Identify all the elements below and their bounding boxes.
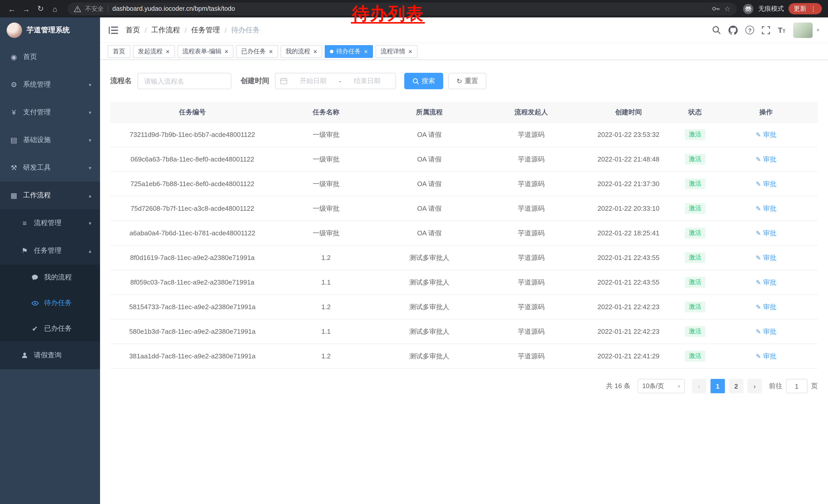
- sidebar-item-home[interactable]: ◉ 首页: [0, 43, 100, 71]
- tab-label: 流程详情: [381, 47, 405, 56]
- approve-button[interactable]: ✎ 审批: [756, 154, 777, 164]
- approve-button[interactable]: ✎ 审批: [756, 204, 777, 213]
- approve-button[interactable]: ✎ 审批: [756, 278, 777, 287]
- next-page-button[interactable]: ›: [747, 379, 762, 393]
- date-range-picker[interactable]: 开始日期 - 结束日期: [275, 73, 396, 89]
- process-name-input[interactable]: [137, 73, 232, 89]
- cell-action: ✎ 审批: [714, 253, 818, 262]
- table-row: 580e1b3d-7ac8-11ec-a9e2-a2380e71991a 1.1…: [110, 319, 818, 344]
- cell-process: OA 请假: [378, 228, 481, 238]
- github-icon[interactable]: [729, 26, 738, 35]
- breadcrumb: 首页 / 工作流程 / 任务管理 / 待办任务: [126, 26, 260, 35]
- status-badge: 激活: [685, 154, 705, 165]
- breadcrumb-task-management[interactable]: 任务管理: [191, 26, 220, 35]
- range-separator: -: [339, 77, 341, 85]
- font-size-small-glyph: T: [783, 29, 785, 34]
- sidebar-item-workflow[interactable]: ▦ 工作流程 ▴: [0, 182, 100, 209]
- security-warning-label[interactable]: 不安全: [85, 4, 104, 13]
- approve-button[interactable]: ✎ 审批: [756, 327, 777, 336]
- search-button[interactable]: 搜索: [404, 73, 443, 89]
- column-header: 创建时间: [581, 107, 676, 117]
- goto-page-input[interactable]: [786, 379, 808, 393]
- tab-close-icon[interactable]: ×: [314, 48, 317, 55]
- security-warning-icon[interactable]: [74, 5, 81, 12]
- page-button[interactable]: 1: [710, 379, 725, 393]
- cell-action: ✎ 审批: [714, 327, 818, 336]
- avatar[interactable]: [793, 22, 813, 38]
- sidebar-item-todo-tasks[interactable]: 待办任务: [0, 290, 100, 316]
- approve-button[interactable]: ✎ 审批: [756, 228, 777, 238]
- tasks-table: 任务编号 任务名称 所属流程 流程发起人 创建时间 状态 操作: [110, 102, 818, 369]
- page-button[interactable]: 2: [729, 379, 743, 393]
- browser-forward-icon[interactable]: →: [19, 2, 33, 15]
- start-date-field[interactable]: 开始日期: [289, 77, 337, 86]
- cell-created: 2022-01-21 22:42:23: [581, 328, 676, 335]
- tab[interactable]: 待办任务 ×: [325, 45, 373, 58]
- sidebar-item-done-tasks[interactable]: ✔ 已办任务: [0, 316, 100, 341]
- tab[interactable]: 首页: [108, 45, 130, 58]
- tab[interactable]: 流程表单-编辑 ×: [177, 45, 234, 58]
- update-button-label: 更新: [794, 4, 806, 13]
- yen-icon: ¥: [10, 108, 18, 117]
- logo[interactable]: 芋道管理系统: [0, 17, 100, 43]
- cell-process: OA 请假: [378, 204, 481, 213]
- tab-close-icon[interactable]: ×: [408, 48, 412, 55]
- chevron-down-icon: ▾: [89, 82, 91, 87]
- sidebar-item-task-management[interactable]: ⚑ 任务管理 ▴: [0, 237, 100, 265]
- menu-label: 基础设施: [23, 135, 51, 145]
- sidebar-item-my-process[interactable]: 我的流程: [0, 265, 100, 290]
- help-icon[interactable]: ?: [746, 26, 754, 34]
- sidebar-toggle-icon[interactable]: [109, 26, 118, 34]
- sidebar-item-process-management[interactable]: ≡ 流程管理 ▾: [0, 209, 100, 237]
- cell-status: 激活: [676, 326, 715, 337]
- fullscreen-icon[interactable]: [762, 26, 770, 34]
- tab-close-icon[interactable]: ×: [269, 48, 273, 55]
- status-badge: 激活: [685, 228, 705, 238]
- table-row: 8f0d1619-7ac8-11ec-a9e2-a2380e71991a 1.2…: [110, 245, 818, 270]
- tab[interactable]: 已办任务 ×: [236, 45, 278, 58]
- update-button[interactable]: 更新 ⋮: [788, 3, 822, 14]
- annotation-overlay: 待办列表: [352, 5, 424, 25]
- approve-button[interactable]: ✎ 审批: [756, 352, 777, 361]
- sidebar-item-leave-query[interactable]: 请假查询: [0, 341, 100, 369]
- font-size-large-glyph: T: [778, 26, 783, 34]
- bookmark-star-icon[interactable]: ☆: [724, 5, 731, 13]
- approve-button[interactable]: ✎ 审批: [756, 253, 777, 262]
- cell-created: 2022-01-22 21:37:30: [581, 180, 676, 188]
- browser-back-icon[interactable]: ←: [5, 2, 18, 15]
- search-icon[interactable]: [712, 26, 721, 34]
- approve-button[interactable]: ✎ 审批: [756, 130, 777, 139]
- browser-menu-icon[interactable]: ⋮: [810, 5, 817, 12]
- tab-close-icon[interactable]: ×: [166, 48, 170, 55]
- cell-process: 测试多审批人: [378, 352, 481, 361]
- reset-button[interactable]: ↻ 重置: [448, 73, 486, 89]
- sidebar-item-infrastructure[interactable]: ▤ 基础设施 ▾: [0, 126, 100, 154]
- cell-status: 激活: [676, 203, 715, 214]
- password-key-icon[interactable]: [712, 5, 720, 13]
- approve-button[interactable]: ✎ 审批: [756, 179, 777, 188]
- status-badge: 激活: [685, 302, 705, 312]
- tab[interactable]: 我的流程 ×: [281, 45, 322, 58]
- browser-home-icon[interactable]: ⌂: [48, 2, 61, 15]
- url-text[interactable]: dashboard.yudao.iocoder.cn/bpm/task/todo: [112, 5, 235, 12]
- cell-action: ✎ 审批: [714, 302, 818, 312]
- sidebar-item-dev-tools[interactable]: ⚒ 研发工具 ▾: [0, 154, 100, 182]
- tab[interactable]: 流程详情 ×: [376, 45, 417, 58]
- sidebar-item-payment-management[interactable]: ¥ 支付管理 ▾: [0, 98, 100, 126]
- navbar-actions: ? TT ▾: [712, 22, 819, 38]
- approve-button[interactable]: ✎ 审批: [756, 302, 777, 312]
- tab[interactable]: 发起流程 ×: [133, 45, 175, 58]
- browser-reload-icon[interactable]: ↻: [34, 2, 47, 15]
- tab-close-icon[interactable]: ×: [224, 48, 228, 55]
- end-date-field[interactable]: 结束日期: [343, 77, 391, 86]
- page-size-select[interactable]: 10条/页 ▾: [638, 379, 685, 393]
- font-size-icon[interactable]: TT: [778, 26, 785, 34]
- breadcrumb-home[interactable]: 首页: [126, 26, 140, 35]
- tab-close-icon[interactable]: ×: [364, 48, 368, 55]
- cell-created: 2022-01-21 22:41:29: [581, 352, 676, 360]
- top-navbar: 首页 / 工作流程 / 任务管理 / 待办任务 ?: [100, 17, 828, 43]
- sidebar-item-system-management[interactable]: ⚙ 系统管理 ▾: [0, 71, 100, 98]
- breadcrumb-workflow[interactable]: 工作流程: [151, 26, 180, 35]
- prev-page-button[interactable]: ‹: [692, 379, 706, 393]
- chevron-down-icon[interactable]: ▾: [817, 27, 819, 33]
